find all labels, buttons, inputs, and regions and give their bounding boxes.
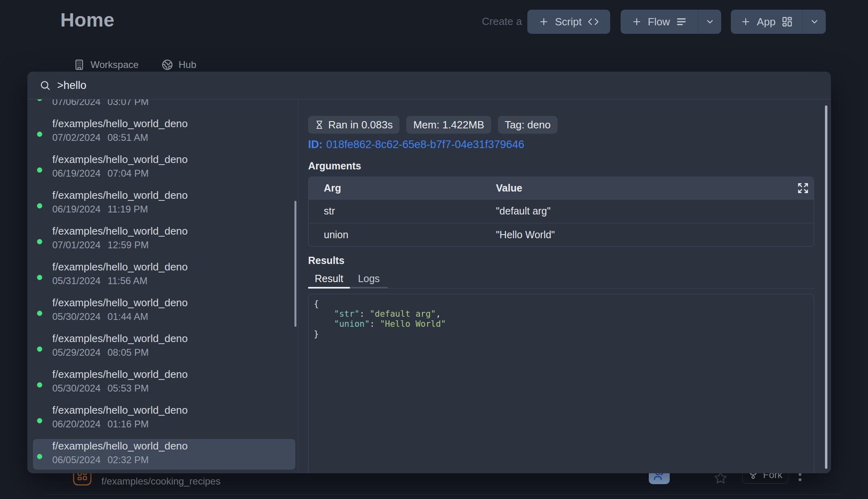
- args-table-body: str"default arg"union"Hello World": [309, 199, 814, 247]
- run-date: 07/01/2024: [52, 239, 101, 250]
- argument-name: str: [324, 205, 335, 217]
- run-success-dot: [37, 382, 42, 388]
- run-list-item[interactable]: f/examples/hello_world_deno 05/30/202401…: [27, 296, 298, 332]
- run-badges: Ran in 0.083s Mem: 1.422MB Tag: deno: [308, 116, 557, 134]
- arguments-table-header: Arg Value: [309, 177, 814, 199]
- search-bar[interactable]: >hello: [27, 72, 831, 99]
- run-path: f/examples/hello_world_deno: [52, 225, 188, 237]
- plus-icon: [539, 16, 549, 27]
- run-date: 05/30/2024: [52, 311, 101, 322]
- argument-row: union"Hello World": [309, 223, 814, 247]
- create-app-button[interactable]: App: [731, 10, 826, 34]
- value-column-header: Value: [496, 182, 522, 194]
- run-success-dot: [37, 311, 42, 316]
- plus-icon: [740, 16, 751, 27]
- create-flow-label: Flow: [648, 16, 670, 28]
- run-success-dot: [37, 418, 42, 423]
- arguments-table: Arg Value str"default arg"union"Hello Wo…: [308, 177, 814, 247]
- run-success-dot: [37, 167, 42, 173]
- chevron-down-icon: [810, 17, 819, 27]
- run-path: f/examples/hello_world_deno: [52, 297, 188, 309]
- tab-hub-label: Hub: [179, 59, 196, 70]
- globe-icon: [162, 59, 173, 70]
- run-date: 06/20/2024: [52, 419, 101, 429]
- run-success-dot: [37, 454, 42, 459]
- run-date: 05/29/2024: [52, 347, 101, 358]
- run-list-item[interactable]: f/examples/hello_world_deno 07/01/202412…: [27, 224, 298, 260]
- run-list-item[interactable]: f/examples/hello_world_deno 05/30/202405…: [27, 367, 298, 403]
- plus-icon: [631, 16, 642, 27]
- create-flow-button[interactable]: Flow: [621, 10, 721, 34]
- tab-hub[interactable]: Hub: [162, 58, 196, 72]
- panel-divider: [298, 99, 298, 473]
- row-separator: [46, 494, 841, 495]
- code-line: }: [314, 329, 814, 339]
- tab-logs[interactable]: Logs: [350, 273, 388, 285]
- runs-list: f/examples/hello_world_deno 07/06/202403…: [27, 99, 298, 473]
- search-input[interactable]: >hello: [57, 79, 86, 92]
- run-time: 01:44 AM: [107, 311, 148, 322]
- run-success-dot: [37, 132, 42, 137]
- page-title: Home: [60, 9, 115, 31]
- tag-badge: Tag: deno: [498, 116, 557, 134]
- run-time: 12:59 PM: [107, 239, 149, 250]
- run-list-item[interactable]: f/examples/hello_world_deno 06/20/202401…: [27, 403, 298, 439]
- tab-workspace[interactable]: Workspace: [74, 58, 139, 72]
- run-list-item[interactable]: f/examples/hello_world_deno 06/19/202411…: [27, 188, 298, 224]
- arg-column-header: Arg: [324, 182, 341, 194]
- run-list-item[interactable]: f/examples/hello_world_deno 06/05/202402…: [27, 439, 298, 473]
- tab-result[interactable]: Result: [308, 273, 350, 285]
- run-time: 07:04 PM: [107, 168, 149, 179]
- code-line: "union": "Hello World": [314, 319, 814, 329]
- run-success-dot: [37, 275, 42, 280]
- run-list-item[interactable]: f/examples/hello_world_deno 07/06/202403…: [27, 99, 298, 117]
- run-success-dot: [37, 346, 42, 352]
- modal-scrollbar[interactable]: [825, 105, 827, 469]
- flow-dropdown-toggle[interactable]: [698, 10, 721, 34]
- arguments-title: Arguments: [308, 160, 361, 172]
- run-id-value: 018fe862-8c62-65e8-b7f7-04e31f379646: [326, 138, 524, 151]
- active-tab-indicator: [308, 287, 350, 289]
- run-date: 05/31/2024: [52, 275, 101, 286]
- run-path: f/examples/hello_world_deno: [52, 261, 188, 273]
- search-icon: [39, 80, 51, 91]
- result-json-viewer[interactable]: { "str": "default arg", "union": "Hello …: [308, 294, 814, 473]
- run-list-item[interactable]: f/examples/hello_world_deno 06/19/202407…: [27, 153, 298, 188]
- run-path: f/examples/hello_world_deno: [52, 332, 188, 345]
- dashboard-icon: [782, 16, 793, 27]
- expand-icon[interactable]: [797, 182, 809, 194]
- run-list-item[interactable]: f/examples/hello_world_deno 05/31/202411…: [27, 260, 298, 296]
- code-line: {: [314, 299, 814, 309]
- code-line: "str": "default arg",: [314, 309, 814, 319]
- inactive-tab-indicator: [350, 287, 388, 289]
- run-success-dot: [37, 99, 42, 101]
- run-path: f/examples/hello_world_deno: [52, 189, 188, 202]
- tag-badge-label: Tag: deno: [505, 119, 551, 131]
- create-app-main[interactable]: App: [731, 10, 802, 34]
- run-time: 11:19 PM: [107, 204, 148, 214]
- run-list-item[interactable]: f/examples/hello_world_deno 05/29/202408…: [27, 332, 298, 367]
- background-item-path: f/examples/cooking_recipes: [101, 476, 220, 487]
- flow-list-icon: [676, 16, 687, 27]
- quick-search-modal: >hello f/examples/hello_world_deno 07/06…: [27, 72, 831, 473]
- run-time: 05:53 PM: [107, 383, 149, 394]
- run-time: 08:05 PM: [107, 347, 149, 358]
- run-path: f/examples/hello_world_deno: [52, 368, 188, 381]
- run-id-link[interactable]: ID:018fe862-8c62-65e8-b7f7-04e31f379646: [308, 138, 524, 151]
- run-date: 06/19/2024: [52, 204, 101, 214]
- run-success-dot: [37, 239, 42, 244]
- tab-workspace-label: Workspace: [91, 59, 139, 70]
- argument-row: str"default arg": [309, 199, 814, 223]
- runs-list-scrollbar[interactable]: [294, 201, 296, 327]
- app-dropdown-toggle[interactable]: [803, 10, 826, 34]
- create-flow-main[interactable]: Flow: [621, 10, 698, 34]
- duration-badge-label: Ran in 0.083s: [328, 119, 393, 131]
- run-date: 06/19/2024: [52, 168, 101, 179]
- run-time: 08:51 AM: [107, 132, 148, 143]
- run-path: f/examples/hello_world_deno: [52, 118, 188, 130]
- run-time: 03:07 PM: [107, 99, 149, 107]
- run-path: f/examples/hello_world_deno: [52, 404, 188, 417]
- create-script-button[interactable]: Script: [527, 10, 610, 34]
- run-list-item[interactable]: f/examples/hello_world_deno 07/02/202408…: [27, 117, 298, 153]
- argument-value: "Hello World": [496, 229, 555, 241]
